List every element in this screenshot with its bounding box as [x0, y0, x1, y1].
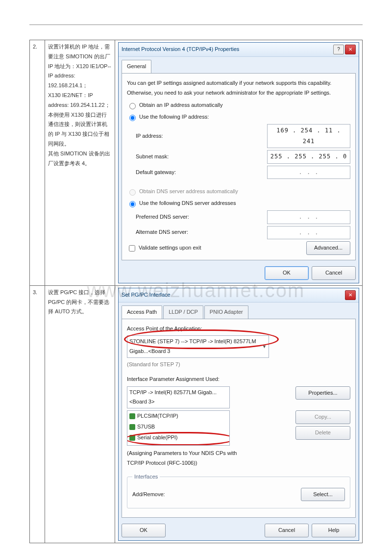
network-icon [129, 435, 135, 441]
radio-auto-dns-label: Obtain DNS server address automatically [139, 187, 238, 197]
step-number: 2. [30, 40, 45, 286]
list-item: TCP/IP -> Intel(R) 82577LM Gigab...<Bo [127, 443, 229, 446]
pgpc-dialog: Set PG/PC Interface ✕ Access Path LLDP /… [118, 288, 359, 541]
list-item: S7USB [127, 422, 229, 432]
steps-table: 2. 设置计算机的 IP 地址，需要注意 SIMOTION 的出厂 IP 地址为… [29, 40, 363, 543]
subnet-input[interactable]: 255 . 255 . 255 . 0 [267, 150, 350, 164]
adns-label: Alternate DNS server: [136, 227, 267, 237]
pdns-input[interactable]: . . . [267, 210, 350, 224]
param-field[interactable]: TCP/IP -> Intel(R) 82577LM Gigab...<Boar… [127, 386, 230, 409]
advanced-button[interactable]: Advanced... [306, 241, 350, 255]
access-point-dropdown[interactable]: S7ONLINE (STEP 7) --> TCP/IP -> Intel(R)… [127, 335, 269, 358]
radio-auto-ip[interactable] [129, 103, 136, 109]
help-button[interactable]: ? [333, 45, 344, 54]
cancel-button[interactable]: Cancel [265, 524, 309, 537]
select-button[interactable]: Select... [301, 488, 345, 502]
access-point-value: S7ONLINE (STEP 7) --> TCP/IP -> Intel(R)… [129, 337, 262, 356]
ip-address-label: IP address: [136, 131, 267, 141]
radio-use-dns[interactable] [129, 201, 136, 207]
list-item: Serial cable(PPI) [127, 432, 229, 443]
step-description: 设置计算机的 IP 地址，需要注意 SIMOTION 的出厂 IP 地址为：X1… [45, 40, 115, 286]
tab-pnio-adapter[interactable]: PNIO Adapter [204, 305, 248, 319]
ipv4-dialog: Internet Protocol Version 4 (TCP/IPv4) P… [118, 42, 359, 283]
chevron-down-icon: ▼ [262, 343, 267, 351]
radio-use-ip[interactable] [129, 115, 136, 121]
standard-note: (Standard for STEP 7) [127, 360, 350, 370]
validate-checkbox[interactable] [129, 245, 135, 252]
list-item: PLCSIM(TCP/IP) [127, 411, 229, 422]
close-button[interactable]: ✕ [345, 45, 356, 54]
step-number: 3. [30, 285, 45, 543]
network-icon [129, 413, 135, 419]
close-button[interactable]: ✕ [345, 290, 356, 300]
network-icon [129, 424, 135, 430]
copy-button[interactable]: Copy... [295, 410, 350, 424]
access-point-label: Access Point of the Application: [127, 324, 350, 334]
radio-use-dns-label: Use the following DNS server addresses [139, 199, 236, 208]
dialog-title: Set PG/PC Interface [122, 290, 344, 300]
validate-label: Validate settings upon exit [139, 243, 201, 253]
dialog-title: Internet Protocol Version 4 (TCP/IPv4) P… [122, 45, 332, 54]
ok-button[interactable]: OK [122, 524, 166, 537]
ip-address-input[interactable]: 169 . 254 . 11 . 241 [267, 124, 350, 148]
tab-lldp-dcp[interactable]: LLDP / DCP [163, 305, 203, 319]
radio-use-ip-label: Use the following IP address: [139, 112, 209, 122]
gateway-input[interactable]: . . . [267, 166, 350, 179]
help-button[interactable]: Help [312, 524, 356, 537]
tab-access-path[interactable]: Access Path [122, 305, 162, 319]
adns-input[interactable]: . . . [267, 226, 350, 240]
param-label: Interface Parameter Assignment Used: [127, 375, 350, 384]
gateway-label: Default gateway: [136, 168, 267, 177]
addremove-label: Add/Remove: [132, 490, 301, 500]
cancel-button[interactable]: Cancel [312, 266, 356, 280]
interfaces-group: Interfaces Add/Remove: Select... [127, 472, 350, 509]
pdns-label: Preferred DNS server: [136, 212, 267, 222]
properties-button[interactable]: Properties... [295, 386, 350, 400]
subnet-label: Subnet mask: [136, 152, 267, 162]
assign-note: (Assigning Parameters to Your NDIS CPs w… [127, 449, 350, 458]
intro-text: You can get IP settings assigned automat… [127, 78, 350, 98]
ok-button[interactable]: OK [265, 266, 309, 280]
assign-note: TCP/IP Protocol (RFC-1006)) [127, 458, 350, 468]
delete-button[interactable]: Delete [295, 426, 350, 440]
interfaces-legend: Interfaces [132, 472, 160, 482]
interface-listbox[interactable]: PLCSIM(TCP/IP) S7USB Serial cable(PPI) T… [127, 410, 230, 446]
step-description: 设置 PG/PC 接口，选择 PG/PC 的网卡，不需要选择 AUTO 方式。 [45, 285, 115, 543]
radio-auto-ip-label: Obtain an IP address automatically [139, 101, 222, 110]
tab-general[interactable]: General [122, 60, 151, 73]
radio-auto-dns [129, 189, 136, 196]
